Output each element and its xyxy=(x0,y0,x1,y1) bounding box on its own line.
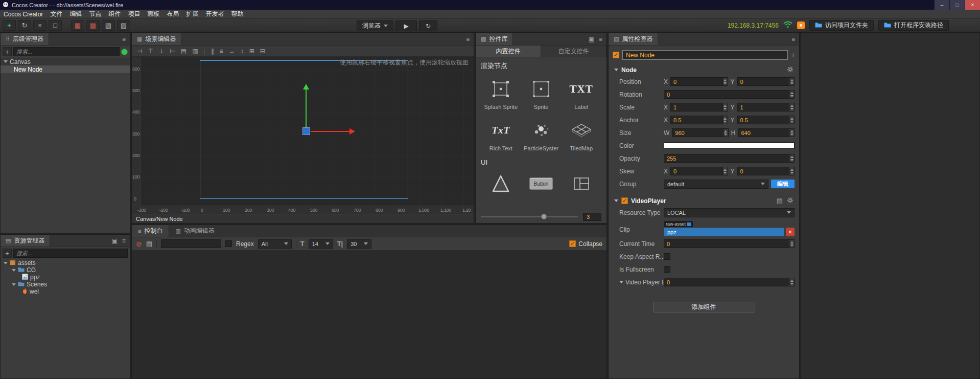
stepper[interactable] xyxy=(789,91,794,98)
widget-size-value[interactable]: 3 xyxy=(583,213,601,221)
line-height-select[interactable]: 30 xyxy=(347,239,371,249)
font-size-select[interactable]: 14 xyxy=(309,239,333,249)
expander-icon[interactable] xyxy=(4,60,8,63)
stepper[interactable] xyxy=(789,154,794,162)
group-edit-button[interactable]: 编辑 xyxy=(771,180,795,188)
tab-console[interactable]: ≡ 控制台 xyxy=(132,225,169,237)
regex-checkbox[interactable] xyxy=(225,240,232,247)
expander-icon[interactable] xyxy=(12,269,16,272)
collapse-arrow-icon[interactable] xyxy=(619,281,623,283)
open-project-folder-button[interactable]: 访问项目文件夹 xyxy=(809,20,874,31)
notification-badge-icon[interactable] xyxy=(797,21,805,29)
add-component-button[interactable]: 添加组件 xyxy=(653,302,755,313)
distribute-vertical-icon[interactable]: ≡ xyxy=(220,48,223,55)
videoplayer-section-header[interactable]: VideoPlayer ▤ xyxy=(612,195,796,206)
align-right-icon[interactable]: ⊢ xyxy=(170,48,175,55)
stepper[interactable] xyxy=(789,116,794,124)
tree-row-new-node[interactable]: New Node xyxy=(1,65,130,73)
panel-float-icon[interactable]: ▣ xyxy=(112,237,118,244)
expander-icon[interactable] xyxy=(12,283,16,286)
position-x-input[interactable] xyxy=(670,77,728,86)
menu-file[interactable]: 文件 xyxy=(46,10,66,18)
menu-project[interactable]: 项目 xyxy=(124,10,144,18)
node-name-input[interactable] xyxy=(622,50,788,60)
size-w-input[interactable] xyxy=(672,128,729,137)
scale-x-input[interactable] xyxy=(670,103,728,112)
widget-item-tiledmap[interactable]: TiledMap xyxy=(561,118,601,151)
tab-animation-editor[interactable]: ▥ 动画编辑器 xyxy=(169,225,221,237)
stepper[interactable] xyxy=(722,116,728,124)
events-count-input[interactable] xyxy=(664,278,795,286)
align-top-icon[interactable]: ⊤ xyxy=(148,48,153,55)
create-asset-button[interactable]: + xyxy=(3,249,12,258)
is-fullscreen-checkbox[interactable] xyxy=(664,266,670,273)
collapse-arrow-icon[interactable] xyxy=(614,199,618,202)
clear-console-icon[interactable]: ⊘ xyxy=(136,240,142,248)
gear-icon[interactable] xyxy=(787,66,794,74)
panel-menu-icon[interactable]: ≡ xyxy=(122,237,126,244)
stepper[interactable] xyxy=(722,103,728,111)
maximize-button[interactable]: □ xyxy=(949,0,965,10)
node-options-icon[interactable]: + xyxy=(791,51,795,59)
stepper[interactable] xyxy=(722,167,728,175)
asset-row-scenes[interactable]: Scenes xyxy=(1,281,130,288)
widget-library-tab[interactable]: ▩ 控件库 xyxy=(476,33,513,45)
move-tool-button[interactable]: + xyxy=(3,20,16,31)
hierarchy-panel-tab[interactable]: ⠿ 层级管理器 xyxy=(1,33,49,45)
align-rows-icon[interactable]: ▤ xyxy=(181,48,186,55)
expander-icon[interactable] xyxy=(4,262,8,264)
align-columns-icon[interactable]: ▥ xyxy=(192,48,198,55)
opacity-input[interactable] xyxy=(664,154,795,163)
stepper[interactable] xyxy=(722,78,728,85)
toolbar-extra-button-4[interactable]: ▨ xyxy=(117,20,130,31)
rect-tool-button[interactable]: □ xyxy=(49,20,62,31)
gizmo-x-axis[interactable] xyxy=(311,131,349,132)
assets-search-input[interactable] xyxy=(13,249,128,258)
menu-extension[interactable]: 扩展 xyxy=(182,10,202,18)
toolbar-extra-button-3[interactable]: ▧ xyxy=(102,20,115,31)
open-install-path-button[interactable]: 打开程序安装路径 xyxy=(878,20,949,31)
menu-layout[interactable]: 布局 xyxy=(163,10,182,18)
stepper[interactable] xyxy=(789,103,794,111)
help-doc-icon[interactable]: ▤ xyxy=(777,197,783,205)
open-log-file-icon[interactable]: ▤ xyxy=(146,240,152,248)
stepper[interactable] xyxy=(789,278,794,286)
play-button[interactable]: ▶ xyxy=(395,20,417,31)
stepper[interactable] xyxy=(789,240,794,248)
align-bottom-icon[interactable]: ⊥ xyxy=(159,48,164,55)
gizmo-x-arrow-icon[interactable] xyxy=(349,128,355,135)
panel-menu-icon[interactable]: ≡ xyxy=(122,36,126,43)
minimize-button[interactable]: – xyxy=(934,0,949,10)
assets-panel-tab[interactable]: ▤ 资源管理器 xyxy=(1,235,50,247)
tab-custom-widgets[interactable]: 自定义控件 xyxy=(541,46,606,57)
skew-y-input[interactable] xyxy=(737,167,795,175)
inspector-panel-tab[interactable]: ▧ 属性检查器 xyxy=(609,33,658,45)
gizmo-move-handle[interactable] xyxy=(302,127,310,135)
gear-icon[interactable] xyxy=(787,197,794,205)
widget-item-rich-text[interactable]: TxT Rich Text xyxy=(481,118,521,151)
distribute-horizontal-icon[interactable]: ∥ xyxy=(211,48,214,55)
hierarchy-option-icon[interactable] xyxy=(121,49,128,55)
scene-viewport[interactable]: 使用鼠标右键平移视窗焦点，使用滚轮缩放视图 600 500 400 300 20… xyxy=(132,57,474,214)
asset-row-wel[interactable]: wel xyxy=(1,288,130,295)
tree-row-canvas[interactable]: Canvas xyxy=(1,58,130,65)
panel-menu-icon[interactable]: ≡ xyxy=(466,36,470,43)
asset-row-assets[interactable]: assets xyxy=(1,259,130,266)
close-button[interactable]: × xyxy=(965,0,980,10)
menu-developer[interactable]: 开发者 xyxy=(202,10,227,18)
preview-target-dropdown[interactable]: 浏览器 xyxy=(357,20,393,31)
widget-item-canvas[interactable] xyxy=(481,171,521,196)
menu-help[interactable]: 帮助 xyxy=(227,10,247,18)
group-select[interactable]: default xyxy=(664,180,768,189)
panel-menu-icon[interactable]: ≡ xyxy=(599,36,602,43)
collapse-arrow-icon[interactable] xyxy=(614,69,618,71)
menu-panel[interactable]: 面板 xyxy=(144,10,163,18)
stepper[interactable] xyxy=(789,129,794,137)
clear-clip-button[interactable]: × xyxy=(786,228,795,236)
gizmo-y-axis[interactable] xyxy=(306,90,307,127)
node-active-checkbox[interactable] xyxy=(613,52,619,58)
menu-cocos-creator[interactable]: Cocos Creator xyxy=(0,10,46,18)
position-y-input[interactable] xyxy=(737,77,795,86)
toolbar-extra-button-2[interactable]: ▩ xyxy=(86,20,100,31)
expand-grid-icon[interactable]: ⊞ xyxy=(249,48,254,55)
